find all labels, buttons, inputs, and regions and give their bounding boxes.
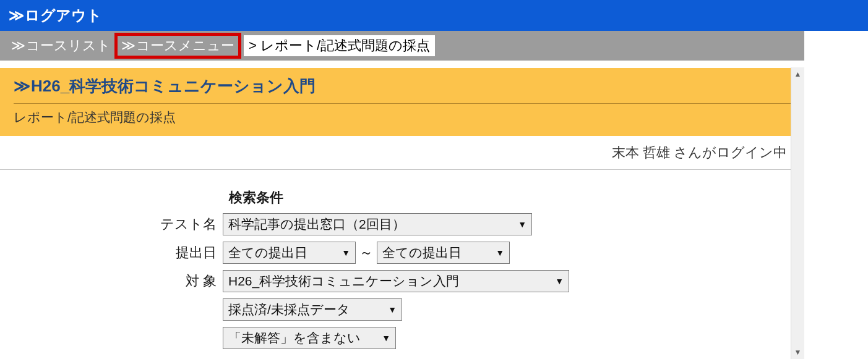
select-test-name[interactable]: 科学記事の提出窓口（2回目） ▼: [223, 213, 532, 235]
label-target: 対 象: [0, 272, 223, 290]
label-submit-date: 提出日: [0, 243, 223, 262]
caret-down-icon: ▼: [496, 248, 504, 258]
course-subtitle: レポート/記述式問題の採点: [14, 103, 791, 126]
caret-down-icon: ▼: [518, 219, 526, 229]
row-filter2: 「未解答」を含まない ▼: [0, 327, 804, 349]
caret-down-icon: ▼: [342, 248, 350, 258]
row-submit-date: 提出日 全ての提出日 ▼ ～ 全ての提出日 ▼: [0, 242, 804, 264]
select-value: 全ての提出日: [382, 244, 462, 261]
select-unanswered-filter[interactable]: 「未解答」を含まない ▼: [223, 327, 396, 349]
breadcrumb: ≫ コースリスト ≫ コースメニュー > レポート/記述式問題の採点: [0, 31, 868, 61]
course-header: ≫ H26_科学技術コミュニケーション入門 レポート/記述式問題の採点: [0, 68, 804, 136]
breadcrumb-course-list[interactable]: ≫ コースリスト: [7, 35, 114, 56]
row-filter1: 採点済/未採点データ ▼: [0, 298, 804, 321]
select-date-to[interactable]: 全ての提出日 ▼: [377, 242, 510, 264]
breadcrumb-course-menu[interactable]: ≫ コースメニュー: [114, 33, 241, 59]
search-form: 検索条件 テスト名 科学記事の提出窓口（2回目） ▼ 提出日 全ての提出日 ▼ …: [0, 170, 804, 349]
chevron-double-icon: ≫: [14, 77, 28, 96]
breadcrumb-label: コースリスト: [26, 36, 111, 55]
caret-down-icon: ▼: [555, 276, 564, 286]
row-test-name: テスト名 科学記事の提出窓口（2回目） ▼: [0, 213, 804, 235]
select-value: 採点済/未採点データ: [228, 301, 350, 318]
scroll-down-icon[interactable]: ▼: [791, 345, 804, 359]
breadcrumb-label: コースメニュー: [136, 36, 234, 55]
scroll-track[interactable]: [791, 81, 804, 345]
content-pane: ≫ H26_科学技術コミュニケーション入門 レポート/記述式問題の採点 末本 哲…: [0, 68, 804, 349]
course-title-row: ≫ H26_科学技術コミュニケーション入門: [14, 75, 791, 97]
vertical-scrollbar[interactable]: ▲ ▼: [791, 67, 804, 359]
login-status: 末本 哲雄 さんがログイン中: [0, 136, 804, 169]
top-bar: ≫ ログアウト: [0, 0, 868, 31]
logout-link[interactable]: ≫ ログアウト: [9, 6, 102, 25]
select-value: 科学記事の提出窓口（2回目）: [228, 216, 405, 233]
caret-down-icon: ▼: [382, 333, 390, 343]
search-heading: 検索条件: [229, 188, 804, 207]
tilde-separator: ～: [359, 243, 373, 262]
select-value: 「未解答」を含まない: [228, 329, 361, 347]
label-test-name: テスト名: [0, 215, 223, 234]
select-value: H26_科学技術コミュニケーション入門: [228, 272, 459, 290]
blank-margin: [804, 31, 868, 359]
chevron-double-icon: ≫: [11, 38, 24, 54]
select-date-from[interactable]: 全ての提出日 ▼: [223, 242, 356, 264]
scroll-up-icon[interactable]: ▲: [791, 67, 804, 81]
chevron-double-icon: ≫: [9, 7, 22, 24]
logout-label: ログアウト: [25, 6, 102, 25]
course-title: H26_科学技術コミュニケーション入門: [31, 75, 316, 97]
breadcrumb-current: > レポート/記述式問題の採点: [244, 35, 435, 56]
row-target: 対 象 H26_科学技術コミュニケーション入門 ▼: [0, 270, 804, 292]
caret-down-icon: ▼: [388, 305, 397, 315]
select-target[interactable]: H26_科学技術コミュニケーション入門 ▼: [223, 270, 569, 292]
chevron-icon: >: [249, 38, 257, 53]
breadcrumb-current-label: レポート/記述式問題の採点: [260, 38, 430, 53]
select-value: 全ての提出日: [228, 244, 307, 261]
chevron-double-icon: ≫: [121, 38, 134, 54]
select-grading-filter[interactable]: 採点済/未採点データ ▼: [223, 298, 402, 321]
